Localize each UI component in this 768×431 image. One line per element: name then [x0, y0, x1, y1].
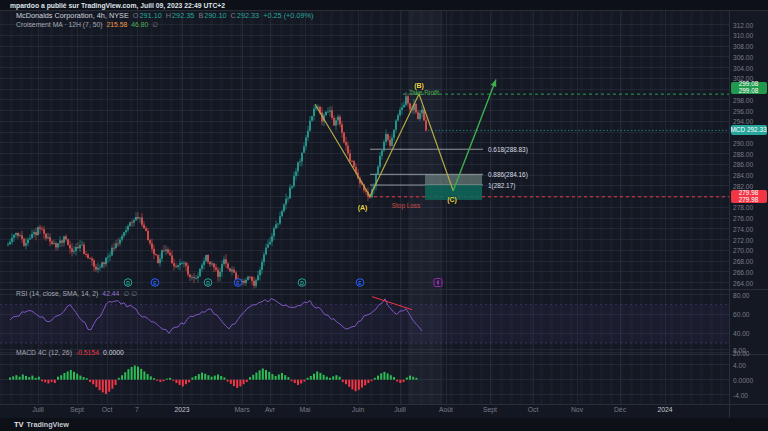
time-tick-label: Sept [483, 406, 497, 413]
indicator-legend-macd[interactable]: MACD 4C (12, 26) -0.5154 0.0000 [16, 349, 124, 356]
time-tick-label: Mai [300, 406, 311, 413]
tradingview-brand[interactable]: TradingView [27, 420, 69, 429]
price-tick-label: 276.00 [733, 215, 766, 222]
price-tick-label: 286.00 [733, 161, 766, 168]
price-tick-label: 80.00 [733, 291, 766, 298]
last-price-badge: MCD 292.33 [731, 125, 767, 135]
symbol-ticker: MCD [730, 127, 745, 133]
ohlc-high: H292.35 [166, 11, 195, 20]
price-tick-label: 266.00 [733, 268, 766, 275]
price-tick-label: 282.00 [733, 182, 766, 189]
ma-cross-value-3: ∅ [152, 21, 158, 29]
price-tick-label: -4.00 [733, 391, 766, 398]
price-tick-label: 278.00 [733, 204, 766, 211]
price-tick-label: 4.00 [733, 361, 766, 368]
price-tick-label: 298.00 [733, 96, 766, 103]
time-axis[interactable] [0, 404, 768, 418]
last-price-value: 292.33 [747, 127, 767, 133]
indicator-legend-ma-cross[interactable]: Croisement MA · 12H (7, 50) 215.58 46.80… [16, 21, 158, 29]
time-tick-label: 2024 [657, 406, 672, 413]
time-tick-label: Juill [32, 406, 44, 413]
stop-loss-price-badge: 279.98 279.98 [731, 190, 767, 203]
price-tick-label: 312.00 [733, 21, 766, 28]
indicator-legend-rsi[interactable]: RSI (14, close, SMA, 14, 2) 42.44 ∅ ∅ [16, 290, 137, 298]
ma-cross-value-1: 215.58 [107, 21, 128, 28]
price-tick-label: 268.00 [733, 258, 766, 265]
price-tick-label: 0.0000 [733, 376, 766, 383]
time-tick-label: Oct [528, 406, 539, 413]
symbol-title: McDonalds Corporation, 4h, NYSE [16, 11, 129, 20]
fib-level-label: 1(282.17) [488, 182, 515, 189]
tradingview-published-chart: mpardoo a publié sur TradingView.com, Ju… [0, 0, 768, 431]
price-tick-label: 294.00 [733, 118, 766, 125]
price-tick-label: 308.00 [733, 43, 766, 50]
price-tick-label: 40.00 [733, 330, 766, 337]
ma-cross-title: Croisement MA · 12H (7, 50) [16, 21, 103, 28]
take-profit-price-badge: 299.08 299.08 [731, 82, 767, 95]
publish-header-text: mpardoo a publié sur TradingView.com, Ju… [10, 2, 225, 9]
time-tick-label: Oct [102, 406, 113, 413]
time-tick-label: Déc [614, 406, 626, 413]
rsi-extra: ∅ ∅ [123, 290, 137, 298]
stop-loss-label: Stop Loss [392, 202, 420, 209]
price-tick-label: 8.00 [733, 346, 766, 353]
time-tick-label: Mars [234, 406, 249, 413]
wave-label-c[interactable]: (C) [447, 195, 457, 202]
publish-header: mpardoo a publié sur TradingView.com, Ju… [0, 0, 768, 10]
price-tick-label: 270.00 [733, 247, 766, 254]
wave-label-a[interactable]: (A) [358, 203, 368, 210]
price-tick-label: 304.00 [733, 64, 766, 71]
price-tick-label: 264.00 [733, 279, 766, 286]
footer-bar: TV TradingView [0, 418, 768, 431]
rsi-value: 42.44 [102, 290, 119, 297]
ma-cross-value-2: 46.80 [131, 21, 148, 28]
price-tick-label: 290.00 [733, 139, 766, 146]
time-tick-label: Juin [352, 406, 364, 413]
price-tick-label: 60.00 [733, 311, 766, 318]
macd-title: MACD 4C (12, 26) [16, 349, 72, 356]
price-tick-label: 274.00 [733, 225, 766, 232]
tradingview-logo-icon[interactable]: TV [14, 420, 24, 429]
price-tick-label: 284.00 [733, 172, 766, 179]
price-tick-label: 288.00 [733, 150, 766, 157]
symbol-legend-row[interactable]: McDonalds Corporation, 4h, NYSE O291.10 … [16, 11, 314, 20]
time-tick-label: Sept [70, 406, 84, 413]
time-tick-label: Nov [571, 406, 583, 413]
time-tick-label: Juill [394, 406, 406, 413]
ohlc-low: B290.10 [198, 11, 226, 20]
price-tick-label: 296.00 [733, 107, 766, 114]
price-tick-label: 306.00 [733, 53, 766, 60]
fib-level-label: 0.618(288.83) [488, 146, 528, 153]
macd-signal-value: 0.0000 [103, 349, 124, 356]
ohlc-close: C292.33 [231, 11, 260, 20]
fib-level-label: 0.886(284.16) [488, 171, 528, 178]
price-tick-label: 310.00 [733, 32, 766, 39]
ohlc-open: O291.10 [133, 11, 162, 20]
time-tick-label: 7 [135, 406, 139, 413]
time-tick-label: Avr [265, 406, 275, 413]
time-tick-label: Août [439, 406, 453, 413]
take-profit-label: Take Profit [409, 88, 439, 95]
macd-value: -0.5154 [76, 349, 99, 356]
change-value: +0.25 (+0.09%) [263, 11, 313, 20]
price-tick-label: 272.00 [733, 236, 766, 243]
rsi-title: RSI (14, close, SMA, 14, 2) [16, 290, 98, 297]
time-tick-label: 2023 [174, 406, 189, 413]
